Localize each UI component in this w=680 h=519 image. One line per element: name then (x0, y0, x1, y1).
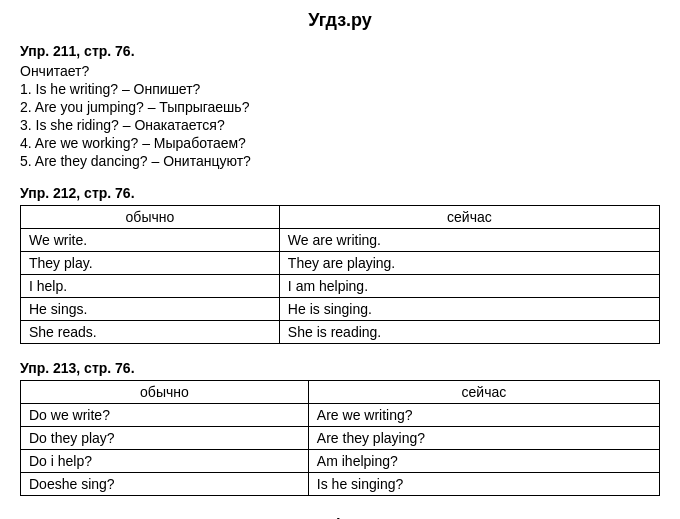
table-row: She reads. She is reading. (21, 321, 660, 344)
exercise-213-table: обычно сейчас Do we write? Are we writin… (20, 380, 660, 496)
exercise-212: Упр. 212, стр. 76. обычно сейчас We writ… (20, 185, 660, 344)
table-cell: He sings. (21, 298, 280, 321)
table-header-row: обычно сейчас (21, 206, 660, 229)
col-header-seychas: сейчас (308, 381, 659, 404)
table-cell: Do we write? (21, 404, 309, 427)
exercise-211-line-5: 5. Are they dancing? – Онитанцуют? (20, 153, 660, 169)
table-cell: They play. (21, 252, 280, 275)
exercise-211-line-2: 2. Are you jumping? – Тыпрыгаешь? (20, 99, 660, 115)
col-header-obychno: обычно (21, 206, 280, 229)
header-title: Угдз.ру (308, 10, 372, 30)
table-cell: She is reading. (279, 321, 659, 344)
site-header: Угдз.ру (20, 10, 660, 31)
exercise-211-content: Ончитает? 1. Is he writing? – Онпишет? 2… (20, 63, 660, 169)
table-cell: I help. (21, 275, 280, 298)
exercise-212-table: обычно сейчас We write. We are writing. … (20, 205, 660, 344)
exercise-211-title: Упр. 211, стр. 76. (20, 43, 660, 59)
table-row: Do they play? Are they playing? (21, 427, 660, 450)
col-header-seychas: сейчас (279, 206, 659, 229)
table-cell: Do i help? (21, 450, 309, 473)
table-cell: Am ihelping? (308, 450, 659, 473)
table-cell: We are writing. (279, 229, 659, 252)
exercise-211-line-4: 4. Are we working? – Мыработаем? (20, 135, 660, 151)
exercise-212-title: Упр. 212, стр. 76. (20, 185, 660, 201)
table-row: He sings. He is singing. (21, 298, 660, 321)
exercise-213: Упр. 213, стр. 76. обычно сейчас Do we w… (20, 360, 660, 496)
table-cell: Are they playing? (308, 427, 659, 450)
table-row: We write. We are writing. (21, 229, 660, 252)
table-row: Doeshe sing? Is he singing? (21, 473, 660, 496)
table-cell: Do they play? (21, 427, 309, 450)
table-cell: He is singing. (279, 298, 659, 321)
table-cell: Are we writing? (308, 404, 659, 427)
table-row: Do i help? Am ihelping? (21, 450, 660, 473)
table-cell: Doeshe sing? (21, 473, 309, 496)
table-row: Do we write? Are we writing? (21, 404, 660, 427)
exercise-211-line-1: 1. Is he writing? – Онпишет? (20, 81, 660, 97)
exercise-211-line-3: 3. Is she riding? – Онакатается? (20, 117, 660, 133)
table-cell: We write. (21, 229, 280, 252)
col-header-obychno: обычно (21, 381, 309, 404)
table-cell: They are playing. (279, 252, 659, 275)
table-cell: She reads. (21, 321, 280, 344)
exercise-211: Упр. 211, стр. 76. Ончитает? 1. Is he wr… (20, 43, 660, 169)
table-row: I help. I am helping. (21, 275, 660, 298)
exercise-213-title: Упр. 213, стр. 76. (20, 360, 660, 376)
table-cell: Is he singing? (308, 473, 659, 496)
exercise-211-intro: Ончитает? (20, 63, 660, 79)
table-cell: I am helping. (279, 275, 659, 298)
table-row: They play. They are playing. (21, 252, 660, 275)
table-header-row: обычно сейчас (21, 381, 660, 404)
